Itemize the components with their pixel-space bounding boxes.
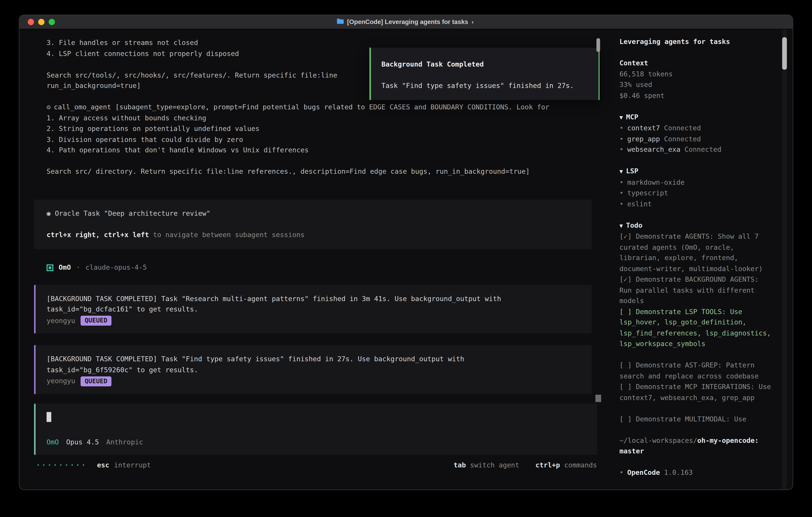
lsp-section-header[interactable]: ▼LSP xyxy=(619,166,772,177)
chat-area: 3. File handles or streams not closed 4.… xyxy=(19,29,612,490)
message-meta: yeongyu QUEUED xyxy=(47,316,579,326)
app-name: OpenCode xyxy=(627,469,660,477)
message-meta: yeongyu QUEUED xyxy=(47,376,579,387)
tool-call-line: ⚙call_omo_agent [subagent_type=explore, … xyxy=(47,102,597,113)
main-scrollbar-thumb[interactable] xyxy=(597,38,600,52)
spacer xyxy=(619,350,772,360)
desktop: [OpenCode] Leveraging agents for tasks ◐… xyxy=(0,0,812,517)
subagent-nav-hint: ctrl+x right, ctrl+x left to navigate be… xyxy=(47,229,579,240)
half-moon-icon: ◐ xyxy=(471,19,475,25)
context-heading: Context xyxy=(619,58,772,69)
hint-keys: ctrl+x right, ctrl+x left xyxy=(47,230,149,238)
app-version: 1.0.163 xyxy=(664,469,693,477)
minimize-button[interactable] xyxy=(38,19,45,25)
chevron-down-icon: ▼ xyxy=(619,112,623,123)
mcp-status: Connected xyxy=(664,124,701,132)
lsp-item: •markdown-oxide xyxy=(619,177,772,188)
bullet-icon: • xyxy=(619,124,624,132)
todo-item: [ ] Demonstrate AST-GREP: Pattern search… xyxy=(619,360,772,382)
workspace-path: ~/local-workspaces/oh-my-opencode: xyxy=(619,435,772,446)
input-provider-name: Anthropic xyxy=(106,437,143,448)
spinner-dots: ········· xyxy=(36,460,87,471)
tool-call-text: call_omo_agent [subagent_type=explore, p… xyxy=(54,103,549,111)
commands-hint: ctrl+p commands xyxy=(535,460,597,471)
bullet-icon: • xyxy=(619,135,624,142)
tool-call-line: Search src/ directory. Return specific f… xyxy=(47,166,597,177)
prompt-input[interactable]: OmO Opus 4.5 Anthropic xyxy=(34,404,597,455)
tool-call-item: 1. Array access without bounds checking xyxy=(47,113,597,124)
workspace-repo: oh-my-opencode: xyxy=(697,436,759,444)
agent-model: claude-opus-4-5 xyxy=(86,262,147,273)
branch-name: master xyxy=(619,447,644,455)
todo-section-header[interactable]: ▼Todo xyxy=(619,220,772,231)
close-button[interactable] xyxy=(28,19,34,25)
todo-item: [✓] Demonstrate BACKGROUND AGENTS: Run p… xyxy=(619,274,772,306)
input-footer: OmO Opus 4.5 Anthropic xyxy=(47,437,584,448)
context-used: 33% used xyxy=(619,80,772,90)
tab-key-label: switch agent xyxy=(470,460,519,471)
agent-header: OmO · claude-opus-4-5 xyxy=(47,262,597,273)
bullet-icon: • xyxy=(619,469,624,477)
window-title-text: [OpenCode] Leveraging agents for tasks xyxy=(347,19,468,26)
toast-notification[interactable]: Background Task Completed Task "Find typ… xyxy=(370,48,600,100)
spacer xyxy=(47,219,579,230)
chevron-down-icon: ▼ xyxy=(619,221,623,232)
todo-item: [ ] Demonstrate MCP INTEGRATIONS: Use co… xyxy=(619,382,772,403)
context-tokens: 66,518 tokens xyxy=(619,69,772,80)
mcp-status: Connected xyxy=(685,145,721,153)
traffic-lights xyxy=(28,15,55,29)
message-block: [BACKGROUND TASK COMPLETED] Task "Find t… xyxy=(34,345,591,394)
ctrl-p-key-label: commands xyxy=(564,460,597,471)
input-model-name: Opus 4.5 xyxy=(66,437,99,448)
sidebar-scrollbar-track[interactable] xyxy=(782,29,787,490)
mcp-name: context7 xyxy=(627,124,660,132)
main-scrollbar-thumb-bottom[interactable] xyxy=(596,394,601,402)
esc-key-hint: esc xyxy=(97,460,109,471)
bullet-icon: • xyxy=(619,178,624,186)
oracle-task-title-text: Oracle Task "Deep architecture review" xyxy=(55,209,210,217)
status-badge: QUEUED xyxy=(81,376,112,386)
todo-item-active: [ ] Demonstrate LSP TOOLS: Use lsp_hover… xyxy=(619,306,772,350)
oracle-task-title: ◉Oracle Task "Deep architecture review" xyxy=(47,208,579,219)
message-line: task_id="bg_6f59260c" to get results. xyxy=(47,365,579,376)
todo-item: [ ] Demonstrate MULTIMODAL: Use xyxy=(619,414,772,425)
mcp-section-header[interactable]: ▼MCP xyxy=(619,112,772,123)
mcp-item: •context7 Connected xyxy=(619,123,772,134)
record-icon: ◉ xyxy=(47,209,51,217)
sidebar: Leveraging agents for tasks Context 66,5… xyxy=(612,29,793,490)
log-line: 3. File handles or streams not closed xyxy=(47,38,597,49)
gear-icon: ⚙ xyxy=(47,103,51,111)
oracle-task-panel: ◉Oracle Task "Deep architecture review" … xyxy=(34,199,591,249)
workspace-dir: ~/local-workspaces/ xyxy=(619,436,697,444)
status-bar: ········· esc interrupt tab switch agent… xyxy=(36,460,597,471)
todo-item: [✓] Demonstrate AGENTS: Show all 7 curat… xyxy=(619,231,772,274)
message-author: yeongyu xyxy=(47,376,75,387)
hint-text: to navigate between subagent sessions xyxy=(149,230,304,238)
toast-title: Background Task Completed xyxy=(381,59,599,70)
tool-call-item: 3. Division operations that could divide… xyxy=(47,134,597,145)
lsp-name: typescript xyxy=(627,189,668,197)
sidebar-scrollbar-thumb[interactable] xyxy=(782,37,787,70)
lsp-heading-label: LSP xyxy=(626,167,638,175)
bullet-icon: • xyxy=(619,189,624,197)
folder-icon xyxy=(337,19,344,26)
message-line: [BACKGROUND TASK COMPLETED] Task "Find t… xyxy=(47,354,579,365)
lsp-name: eslint xyxy=(627,200,652,208)
lsp-item: •eslint xyxy=(619,199,772,210)
spacer xyxy=(619,425,772,435)
window-title: [OpenCode] Leveraging agents for tasks ◐ xyxy=(337,19,475,26)
mcp-item: •websearch_exa Connected xyxy=(619,144,772,155)
version-line: •OpenCode 1.0.163 xyxy=(619,467,772,478)
input-agent-name: OmO xyxy=(47,437,59,448)
mcp-status: Connected xyxy=(664,135,701,142)
mcp-name: websearch_exa xyxy=(627,145,680,153)
session-title: Leveraging agents for tasks xyxy=(619,36,772,47)
message-author: yeongyu xyxy=(47,316,75,326)
zoom-button[interactable] xyxy=(49,19,55,25)
bullet-icon: • xyxy=(619,145,624,153)
agent-checkbox-icon xyxy=(47,264,53,271)
titlebar[interactable]: [OpenCode] Leveraging agents for tasks ◐ xyxy=(19,15,793,29)
lsp-name: markdown-oxide xyxy=(627,178,685,186)
tool-call-item: 4. Path operations that don't handle Win… xyxy=(47,145,597,156)
tab-key-hint: tab xyxy=(454,460,466,471)
